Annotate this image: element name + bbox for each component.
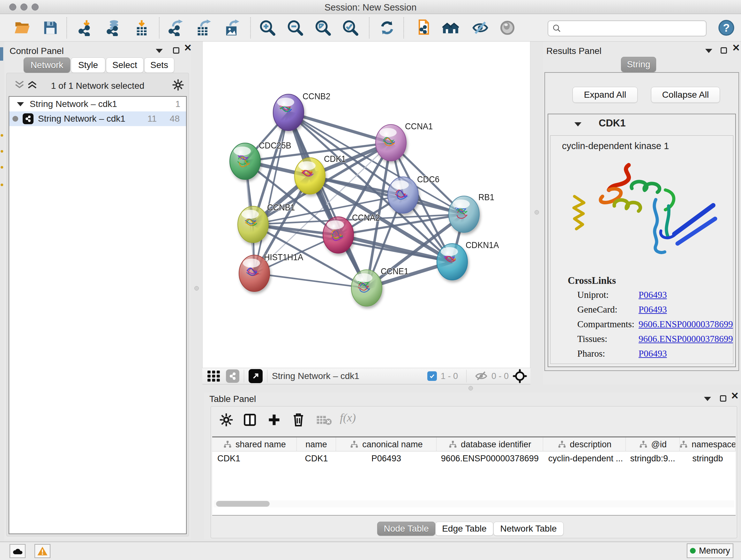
control-panel-collapse-icon[interactable] [156, 49, 163, 54]
grid-view-icon[interactable] [207, 370, 221, 382]
collection-count: 1 [175, 99, 180, 109]
control-panel-close-icon[interactable]: ✕ [184, 45, 192, 52]
horizontal-split-handle[interactable] [468, 386, 473, 390]
import-network-database-icon[interactable] [105, 19, 122, 37]
show-elements-icon[interactable] [498, 19, 516, 37]
results-panel-float-icon[interactable] [721, 47, 727, 55]
column-header-description[interactable]: description [543, 437, 626, 451]
column-header-databaseidentifier[interactable]: database identifier [436, 437, 543, 451]
table-data-row[interactable]: CDK1CDK1P064939606.ENSP00000378699cyclin… [212, 451, 736, 465]
crosslink-link[interactable]: 9606.ENSP00000378699 [638, 319, 733, 329]
node-label-CCNB1: CCNB1 [267, 202, 295, 212]
share-document-icon[interactable] [414, 19, 432, 37]
tree-expander-icon[interactable] [17, 102, 24, 106]
cell-sharedname[interactable]: CDK1 [212, 451, 297, 465]
node-label-CCNA2: CCNA2 [352, 212, 380, 223]
node-CCNE1[interactable] [351, 270, 382, 306]
show-columns-icon[interactable] [243, 413, 257, 427]
crosslink-link[interactable]: P06493 [638, 348, 667, 359]
svg-text:?: ? [723, 22, 730, 34]
import-network-file-icon[interactable] [76, 19, 94, 37]
node-label-CCNB2: CCNB2 [302, 91, 330, 102]
table-panel-float-icon[interactable] [720, 395, 726, 403]
tab-node-table[interactable]: Node Table [377, 522, 435, 536]
search-input[interactable] [562, 22, 706, 35]
hscrollbar-thumb[interactable] [216, 501, 270, 507]
add-column-icon[interactable] [267, 413, 281, 427]
delete-column-icon[interactable] [291, 412, 306, 427]
home-networks-icon[interactable] [442, 19, 460, 37]
collapse-all-button[interactable]: Collapse All [651, 87, 720, 103]
node-CDKN1A[interactable] [437, 244, 468, 280]
pan-crosshair-icon[interactable] [513, 369, 527, 383]
birdseye-view-icon[interactable] [249, 369, 263, 383]
memory-button[interactable]: Memory [687, 543, 733, 558]
network-row-selected[interactable]: String Network – cdk1 11 48 [9, 111, 186, 126]
tab-network[interactable]: Network [23, 57, 70, 73]
results-panel-close-icon[interactable]: ✕ [732, 45, 740, 52]
node-CCNB2[interactable] [273, 94, 304, 131]
cell-name[interactable]: CDK1 [297, 451, 336, 465]
cell-canonicalname[interactable]: P06493 [336, 451, 436, 465]
control-panel-float-icon[interactable] [173, 47, 179, 55]
edge-HIST1H1A-CCNE1[interactable] [254, 273, 367, 288]
network-canvas[interactable]: CCNB2CCNA1CDC25BCDK1CDC6RB1CCNB1CCNA2CDK… [202, 42, 530, 368]
zoom-out-icon[interactable] [286, 19, 304, 37]
export-image-icon[interactable] [223, 19, 241, 37]
zoom-selected-icon[interactable] [341, 19, 359, 37]
tab-edge-table[interactable]: Edge Table [435, 522, 493, 536]
tab-style[interactable]: Style [71, 57, 105, 73]
left-split-handle[interactable] [194, 286, 199, 291]
node-CCNB1[interactable] [238, 206, 268, 243]
gene-expander-icon[interactable] [575, 122, 582, 128]
node-CDC25B[interactable] [230, 143, 260, 179]
tab-network-table[interactable]: Network Table [493, 522, 563, 536]
network-collection-row[interactable]: String Network – cdk1 1 [9, 97, 186, 111]
expand-all-button[interactable]: Expand All [572, 87, 637, 103]
cell-namespace[interactable]: stringdb [680, 451, 736, 465]
right-split-handle[interactable] [535, 210, 539, 214]
network-style-icon[interactable] [226, 369, 239, 383]
cell-databaseidentifier[interactable]: 9606.ENSP00000378699 [436, 451, 543, 465]
column-header-canonicalname[interactable]: canonical name [336, 437, 436, 451]
cloud-button[interactable] [10, 544, 25, 558]
table-hscrollbar[interactable] [213, 500, 734, 507]
node-CCNA2[interactable] [323, 217, 354, 253]
node-CDK1[interactable] [294, 158, 325, 194]
import-table-icon[interactable] [133, 19, 151, 37]
warnings-button[interactable] [35, 544, 51, 558]
table-gear-icon[interactable] [219, 413, 233, 427]
column-header-namespace[interactable]: namespace [680, 437, 736, 451]
node-RB1[interactable] [449, 196, 479, 233]
cell-description[interactable]: cyclin-dependent ... [543, 451, 626, 465]
tab-sets[interactable]: Sets [144, 57, 174, 73]
refresh-layout-icon[interactable] [378, 19, 396, 37]
open-session-icon[interactable] [13, 19, 31, 37]
column-header-sharedname[interactable]: shared name [212, 437, 297, 451]
cell-id[interactable]: stringdb:9... [626, 451, 680, 465]
results-panel-collapse-icon[interactable] [705, 49, 712, 54]
crosslink-link[interactable]: P06493 [638, 304, 667, 315]
node-table[interactable]: shared namenamecanonical namedatabase id… [212, 436, 736, 516]
table-panel: Table Panel ✕ f(x) shared namenamecanoni… [204, 393, 739, 540]
tab-string[interactable]: String [621, 57, 656, 72]
help-icon[interactable]: ? [718, 19, 735, 37]
gear-icon[interactable] [172, 79, 184, 91]
table-panel-collapse-icon[interactable] [704, 396, 711, 402]
node-CCNA1[interactable] [376, 125, 406, 161]
hide-elements-icon[interactable] [471, 19, 489, 37]
crosslink-link[interactable]: 9606.ENSP00000378699 [638, 334, 733, 344]
node-CDC6[interactable] [388, 177, 418, 213]
crosslink-link[interactable]: P06493 [638, 290, 667, 300]
column-header-id[interactable]: @id [626, 437, 680, 451]
zoom-in-icon[interactable] [259, 19, 276, 37]
edge-CCNB2-HIST1H1A[interactable] [254, 112, 288, 273]
column-header-name[interactable]: name [297, 437, 336, 451]
export-table-icon[interactable] [194, 19, 212, 37]
save-session-icon[interactable] [42, 19, 59, 37]
zoom-fit-icon[interactable] [314, 19, 332, 37]
selected-checkbox-icon[interactable] [427, 371, 437, 381]
tab-select[interactable]: Select [106, 57, 144, 73]
table-panel-close-icon[interactable]: ✕ [731, 393, 739, 400]
export-network-icon[interactable] [167, 19, 185, 37]
